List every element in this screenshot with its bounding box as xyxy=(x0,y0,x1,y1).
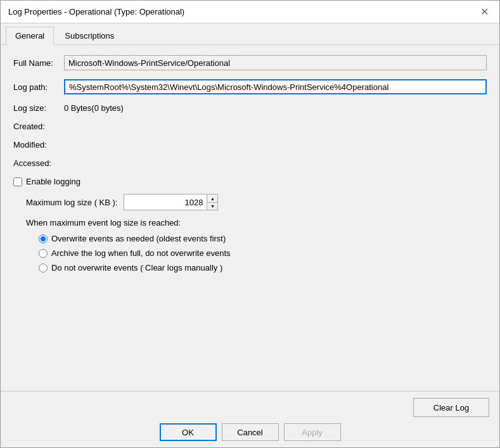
apply-button[interactable]: Apply xyxy=(284,423,341,441)
radio-donotoverwrite-label[interactable]: Do not overwrite events ( Clear logs man… xyxy=(51,263,222,272)
radio-overwrite-label[interactable]: Overwrite events as needed (oldest event… xyxy=(51,234,226,243)
enable-logging-label[interactable]: Enable logging xyxy=(26,177,80,186)
max-log-size-row: Maximum log size ( KB ): ▲ ▼ xyxy=(26,194,487,210)
full-name-label: Full Name: xyxy=(13,58,64,68)
log-path-label: Log path: xyxy=(13,82,64,92)
general-tab-content: Full Name: Microsoft-Windows-PrintServic… xyxy=(1,45,499,391)
tab-subscriptions[interactable]: Subscriptions xyxy=(55,27,124,45)
radio-archive-label[interactable]: Archive the log when full, do not overwr… xyxy=(51,248,231,258)
max-log-size-input[interactable] xyxy=(124,195,207,210)
footer: Clear Log OK Cancel Apply xyxy=(1,391,499,447)
log-size-label: Log size: xyxy=(13,103,64,113)
dialog: Log Properties - Operational (Type: Oper… xyxy=(0,0,500,448)
accessed-label: Accessed: xyxy=(13,158,64,168)
modified-label: Modified: xyxy=(13,140,64,150)
footer-bottom: OK Cancel Apply xyxy=(11,423,489,441)
full-name-value: Microsoft-Windows-PrintService/Operation… xyxy=(64,55,487,70)
radio-donotoverwrite-row: Do not overwrite events ( Clear logs man… xyxy=(39,263,487,272)
spinner-up-button[interactable]: ▲ xyxy=(207,195,217,202)
close-button[interactable]: ✕ xyxy=(477,4,492,20)
accessed-row: Accessed: xyxy=(13,158,487,168)
log-size-value: 0 Bytes(0 bytes) xyxy=(64,103,487,113)
ok-button[interactable]: OK xyxy=(160,423,217,441)
dialog-title: Log Properties - Operational (Type: Oper… xyxy=(8,7,184,16)
radio-overwrite-row: Overwrite events as needed (oldest event… xyxy=(39,234,487,243)
created-label: Created: xyxy=(13,122,64,131)
created-row: Created: xyxy=(13,122,487,131)
radio-donotoverwrite[interactable] xyxy=(39,264,48,272)
spinner-buttons: ▲ ▼ xyxy=(207,195,217,210)
radio-overwrite[interactable] xyxy=(39,234,48,243)
full-name-row: Full Name: Microsoft-Windows-PrintServic… xyxy=(13,55,487,70)
enable-logging-checkbox[interactable] xyxy=(13,177,22,186)
log-size-row: Log size: 0 Bytes(0 bytes) xyxy=(13,103,487,113)
title-bar: Log Properties - Operational (Type: Oper… xyxy=(1,1,499,23)
footer-top: Clear Log xyxy=(11,398,489,417)
max-log-size-label: Maximum log size ( KB ): xyxy=(26,198,117,207)
radio-archive-row: Archive the log when full, do not overwr… xyxy=(39,248,487,258)
modified-row: Modified: xyxy=(13,140,487,150)
enable-logging-row: Enable logging xyxy=(13,177,487,186)
spinner-down-button[interactable]: ▼ xyxy=(207,202,217,210)
radio-group: Overwrite events as needed (oldest event… xyxy=(39,234,487,272)
cancel-button[interactable]: Cancel xyxy=(222,423,279,441)
log-path-row: Log path: %SystemRoot%\System32\Winevt\L… xyxy=(13,79,487,94)
when-max-label: When maximum event log size is reached: xyxy=(26,218,487,227)
log-path-value[interactable]: %SystemRoot%\System32\Winevt\Logs\Micros… xyxy=(64,79,487,94)
tab-general[interactable]: General xyxy=(6,27,54,45)
tab-bar: General Subscriptions xyxy=(1,23,499,45)
clear-log-button[interactable]: Clear Log xyxy=(413,398,489,417)
radio-archive[interactable] xyxy=(39,249,48,258)
max-log-size-spinner: ▲ ▼ xyxy=(124,194,218,210)
